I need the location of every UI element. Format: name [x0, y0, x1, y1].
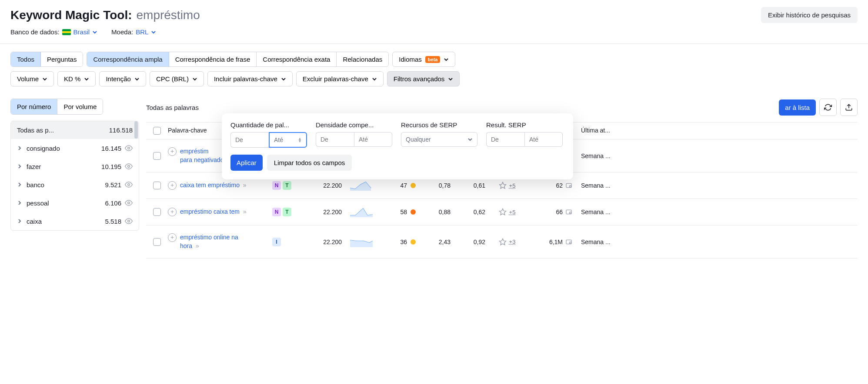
tab-perguntas[interactable]: Perguntas: [41, 52, 83, 66]
keyword-link[interactable]: + caixa tem empréstimo »: [168, 181, 268, 190]
filter-advanced[interactable]: Filtros avançados: [387, 71, 460, 86]
keyword-link[interactable]: + empréstimo caixa tem »: [168, 208, 268, 216]
sidebar-item[interactable]: consignado 16.145: [11, 139, 139, 157]
chevron-down-icon: [92, 30, 97, 35]
kd-indicator-dot: [411, 209, 416, 215]
svg-marker-7: [499, 182, 506, 189]
sidebar-item[interactable]: pessoal 6.106: [11, 194, 139, 212]
eye-icon[interactable]: [125, 199, 133, 207]
row-checkbox[interactable]: [153, 238, 161, 246]
table-row: + empréstimo online nahora » I 22.200 36…: [146, 225, 858, 258]
filter-cpc[interactable]: CPC (BRL): [150, 71, 204, 86]
chevron-down-icon: [42, 76, 47, 82]
sidebar-list: Todas as p... 116.518 consignado 16.145 …: [10, 121, 139, 231]
filter-include-keywords[interactable]: Incluir palavras-chave: [207, 71, 293, 86]
comp-density-to-input[interactable]: [354, 132, 392, 147]
intent-badge-navigational: N: [272, 181, 281, 190]
expand-icon[interactable]: +: [168, 181, 177, 190]
word-count-from-input[interactable]: [230, 132, 269, 148]
chevron-down-icon: [134, 76, 140, 82]
serp-snapshot-icon[interactable]: [565, 209, 572, 215]
star-icon[interactable]: [499, 238, 507, 246]
svg-point-2: [128, 184, 130, 186]
add-to-list-button[interactable]: ar à lista: [779, 99, 816, 116]
table-row: + empréstimo caixa tem » N T 22.200 58 0…: [146, 199, 858, 225]
tab-broad-match[interactable]: Correspondência ampla: [87, 52, 169, 66]
tab-phrase-match[interactable]: Correspondência de frase: [169, 52, 257, 66]
serp-results-to-input[interactable]: [524, 132, 563, 147]
toggle-by-volume[interactable]: Por volume: [57, 99, 103, 114]
eye-icon[interactable]: [125, 144, 133, 152]
scrollbar-thumb[interactable]: [134, 121, 138, 139]
star-icon[interactable]: [499, 208, 507, 216]
kd-indicator-dot: [411, 183, 416, 188]
expand-icon[interactable]: +: [168, 208, 177, 216]
header-all-keywords: Todas as palavras: [146, 104, 199, 111]
title-keyword: empréstimo: [137, 8, 200, 22]
tab-todos[interactable]: Todos: [11, 52, 41, 66]
serp-snapshot-icon[interactable]: [565, 238, 572, 245]
currency-selector[interactable]: Moeda: BRL: [111, 28, 156, 36]
chevron-right-icon: [17, 146, 22, 151]
refresh-button[interactable]: [819, 99, 837, 116]
svg-point-12: [569, 212, 571, 214]
chevron-down-icon: [448, 76, 453, 82]
chevron-right-icon: [17, 218, 22, 224]
beta-badge: beta: [425, 56, 441, 63]
kd-indicator-dot: [411, 239, 416, 245]
main-panel: Todas as palavras ar à lista Palavra-cha…: [146, 99, 858, 258]
serp-results-from-input[interactable]: [486, 132, 524, 147]
sidebar-item[interactable]: fazer 10.195: [11, 157, 139, 175]
serp-features-more[interactable]: +3: [509, 238, 516, 245]
svg-point-0: [128, 147, 130, 149]
word-count-to-input[interactable]: Até ▲▼: [269, 132, 307, 148]
double-chevron-icon: »: [243, 182, 247, 189]
filter-exclude-keywords[interactable]: Excluir palavras-chave: [296, 71, 384, 86]
row-checkbox[interactable]: [153, 182, 161, 189]
sidebar-item-all[interactable]: Todas as p... 116.518: [11, 121, 139, 139]
serp-features-more[interactable]: +5: [509, 182, 516, 189]
filter-volume[interactable]: Volume: [10, 71, 54, 86]
apply-button[interactable]: Aplicar: [230, 155, 263, 171]
sidebar: Por número Por volume Todas as p... 116.…: [10, 99, 139, 258]
row-checkbox[interactable]: [153, 208, 161, 216]
serp-snapshot-icon[interactable]: [565, 182, 572, 189]
serp-features-select[interactable]: Qualquer: [401, 132, 477, 147]
database-selector[interactable]: Banco de dados: Brasil: [10, 28, 97, 36]
svg-marker-10: [499, 209, 506, 215]
clear-all-button[interactable]: Limpar todos os campos: [267, 155, 352, 171]
export-button[interactable]: [840, 99, 858, 116]
eye-icon[interactable]: [125, 181, 133, 189]
svg-point-4: [128, 220, 130, 222]
sidebar-item[interactable]: banco 9.521: [11, 175, 139, 194]
select-all-checkbox[interactable]: [153, 127, 161, 135]
eye-icon[interactable]: [125, 217, 133, 225]
serp-features-more[interactable]: +5: [509, 209, 516, 215]
tab-related[interactable]: Relacionadas: [337, 52, 388, 66]
tab-group-type: Todos Perguntas: [10, 52, 83, 67]
sidebar-item[interactable]: caixa 5.518: [11, 212, 139, 230]
intent-badge-navigational: N: [272, 208, 281, 216]
chevron-right-icon: [17, 182, 22, 187]
svg-point-3: [128, 202, 130, 204]
chevron-down-icon: [151, 30, 156, 35]
filter-kd[interactable]: KD %: [57, 71, 96, 86]
chevron-down-icon: [467, 137, 473, 142]
flyout-label-word-count: Quantidade de pal...: [230, 121, 309, 129]
col-header-updated[interactable]: Última at...: [572, 127, 858, 135]
toggle-by-number[interactable]: Por número: [11, 99, 57, 114]
star-icon[interactable]: [499, 182, 507, 189]
chevron-down-icon: [444, 57, 449, 62]
number-spinner-icon[interactable]: ▲▼: [298, 137, 302, 142]
keyword-link[interactable]: + empréstimo online nahora »: [168, 233, 268, 250]
expand-icon[interactable]: +: [168, 147, 177, 156]
languages-dropdown[interactable]: Idiomas beta: [392, 52, 455, 67]
expand-icon[interactable]: +: [168, 233, 177, 242]
row-checkbox[interactable]: [153, 152, 161, 160]
comp-density-from-input[interactable]: [316, 132, 354, 147]
tab-exact-match[interactable]: Correspondência exata: [257, 52, 337, 66]
filter-intent[interactable]: Intenção: [99, 71, 146, 86]
history-button[interactable]: Exibir histórico de pesquisas: [761, 7, 858, 23]
page-header: Keyword Magic Tool: empréstimo Exibir hi…: [0, 0, 868, 44]
eye-icon[interactable]: [125, 162, 133, 170]
